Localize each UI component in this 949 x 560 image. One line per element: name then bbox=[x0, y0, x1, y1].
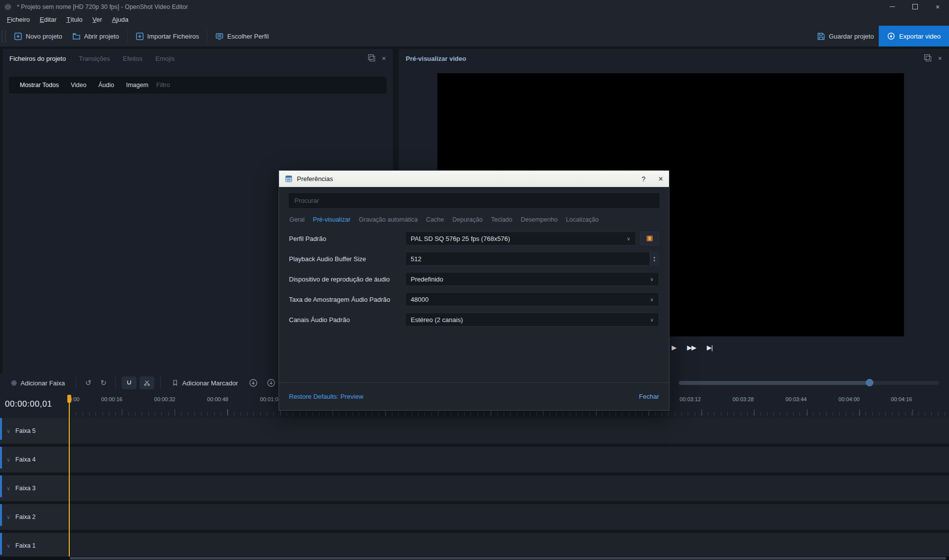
save-project-label: Guardar projeto bbox=[829, 33, 874, 40]
restore-defaults-link[interactable]: Restore Defaults: Preview bbox=[289, 393, 363, 400]
menu-titulo[interactable]: Título bbox=[61, 14, 88, 25]
add-marker-button[interactable]: Adicionar Marcador bbox=[167, 376, 243, 390]
toolbar-grip[interactable] bbox=[1, 30, 6, 42]
profile-browser-button[interactable] bbox=[640, 232, 659, 245]
chevron-down-icon[interactable]: ∨ bbox=[6, 457, 10, 463]
undock-panel-icon[interactable] bbox=[370, 56, 375, 61]
tab-cache[interactable]: Cache bbox=[426, 216, 444, 223]
fechar-button[interactable]: Fechar bbox=[639, 393, 659, 400]
add-track-icon: ⊕ bbox=[11, 378, 17, 387]
close-button[interactable]: × bbox=[926, 0, 949, 13]
minimize-button[interactable] bbox=[881, 0, 903, 13]
chevron-down-icon[interactable]: ∨ bbox=[6, 514, 10, 520]
previous-marker-button[interactable] bbox=[246, 378, 261, 387]
timeline-track-faixa-2[interactable]: ∨ Faixa 2 bbox=[0, 504, 949, 530]
tab-geral[interactable]: Geral bbox=[289, 216, 305, 223]
timeline-track-faixa-1[interactable]: ∨ Faixa 1 bbox=[0, 533, 949, 557]
undock-panel-icon[interactable] bbox=[926, 56, 931, 61]
slider-fill bbox=[679, 381, 869, 385]
timeline-horizontal-scrollbar[interactable] bbox=[0, 557, 949, 560]
open-folder-icon bbox=[72, 32, 81, 41]
audio-playback-device-select[interactable]: Predefinido ∨ bbox=[405, 272, 659, 286]
tab-effects[interactable]: Efeitos bbox=[123, 55, 142, 62]
filter-audio-button[interactable]: Áudio bbox=[94, 80, 119, 91]
jump-end-button[interactable]: ▶| bbox=[707, 344, 712, 351]
track-header[interactable]: ∨ Faixa 4 bbox=[0, 447, 69, 472]
menu-ajuda[interactable]: Ajuda bbox=[107, 14, 133, 25]
snapping-magnet-button[interactable] bbox=[122, 376, 137, 389]
timeline-track-faixa-4[interactable]: ∨ Faixa 4 bbox=[0, 447, 949, 472]
film-profile-icon bbox=[646, 234, 654, 242]
chevron-down-icon[interactable]: ∨ bbox=[6, 428, 10, 434]
track-header[interactable]: ∨ Faixa 1 bbox=[0, 533, 69, 557]
add-track-label: Adicionar Faixa bbox=[21, 379, 65, 387]
chevron-down-icon[interactable]: ∨ bbox=[6, 543, 10, 549]
preferences-search-input[interactable] bbox=[289, 193, 659, 208]
spin-up-icon[interactable]: ▲ bbox=[653, 256, 656, 259]
tab-project-files[interactable]: Ficheiros do projeto bbox=[9, 55, 66, 62]
field-label: Playback Audio Buffer Size bbox=[289, 255, 395, 263]
scrollbar-thumb[interactable] bbox=[70, 557, 946, 560]
track-header[interactable]: ∨ Faixa 5 bbox=[0, 418, 69, 444]
close-panel-icon[interactable]: × bbox=[938, 55, 942, 62]
track-accent-bar bbox=[0, 418, 2, 440]
track-header[interactable]: ∨ Faixa 3 bbox=[0, 475, 69, 501]
window-titlebar[interactable]: * Projeto sem nome [HD 720p 30 fps] - Op… bbox=[0, 0, 949, 13]
track-lane[interactable] bbox=[69, 475, 949, 501]
track-lane[interactable] bbox=[69, 418, 949, 444]
playhead[interactable] bbox=[69, 399, 70, 557]
play-button[interactable]: ▶ bbox=[672, 344, 676, 351]
dialog-help-button[interactable]: ? bbox=[642, 175, 646, 183]
track-lane[interactable] bbox=[69, 447, 949, 472]
timeline-track-faixa-3[interactable]: ∨ Faixa 3 bbox=[0, 475, 949, 501]
dialog-titlebar[interactable]: Preferências ? × bbox=[279, 171, 669, 187]
chevron-down-icon[interactable]: ∨ bbox=[6, 485, 10, 492]
default-sample-rate-select[interactable]: 48000 ∨ bbox=[405, 292, 659, 306]
maximize-button[interactable] bbox=[903, 0, 926, 13]
dialog-close-button[interactable]: × bbox=[659, 175, 663, 184]
project-panel-tabs: Ficheiros do projeto Transições Efeitos … bbox=[2, 49, 393, 68]
tab-teclado[interactable]: Teclado bbox=[491, 216, 512, 223]
redo-button[interactable]: ↻ bbox=[97, 378, 110, 387]
track-lane[interactable] bbox=[69, 504, 949, 530]
tab-depuracao[interactable]: Depuração bbox=[452, 216, 482, 223]
undo-button[interactable]: ↺ bbox=[82, 378, 95, 387]
dialog-app-icon bbox=[285, 175, 292, 183]
export-video-button[interactable]: Exportar video bbox=[879, 26, 949, 47]
razor-tool-button[interactable] bbox=[140, 376, 154, 389]
choose-profile-button[interactable]: Escolher Perfil bbox=[210, 28, 274, 44]
tab-pre-visualizar[interactable]: Pré-visualizar bbox=[313, 216, 351, 223]
filter-input[interactable] bbox=[155, 81, 380, 89]
tab-desempenho[interactable]: Desempenho bbox=[521, 216, 558, 223]
tab-emojis[interactable]: Emojis bbox=[155, 55, 175, 62]
menu-ficheiro[interactable]: Ficheiro bbox=[2, 14, 35, 25]
slider-thumb[interactable] bbox=[866, 379, 873, 386]
spinner-buttons[interactable]: ▲ ▼ bbox=[650, 252, 659, 265]
open-project-button[interactable]: Abrir projeto bbox=[67, 28, 124, 44]
next-marker-button[interactable] bbox=[264, 378, 279, 387]
filter-image-button[interactable]: Imagem bbox=[121, 80, 153, 91]
save-project-button[interactable]: Guardar projeto bbox=[812, 28, 879, 44]
toolbar-separator bbox=[207, 30, 207, 42]
default-audio-channels-select[interactable]: Estéreo (2 canais) ∨ bbox=[405, 313, 659, 327]
new-project-button[interactable]: Novo projeto bbox=[9, 28, 67, 44]
tab-gravacao-automatica[interactable]: Gravação automática bbox=[359, 216, 418, 223]
default-profile-select[interactable]: PAL SD SQ 576p 25 fps (768x576) ∨ bbox=[405, 232, 636, 245]
filter-video-button[interactable]: Video bbox=[66, 80, 92, 91]
filter-show-all-button[interactable]: Mostrar Todos bbox=[15, 80, 64, 91]
track-lane[interactable] bbox=[69, 533, 949, 557]
timeline-zoom-slider[interactable] bbox=[679, 379, 939, 387]
timeline-track-faixa-5[interactable]: ∨ Faixa 5 bbox=[0, 418, 949, 444]
menu-ver[interactable]: Ver bbox=[88, 14, 107, 25]
track-header[interactable]: ∨ Faixa 2 bbox=[0, 504, 69, 530]
spin-down-icon[interactable]: ▼ bbox=[653, 259, 656, 262]
close-panel-icon[interactable]: × bbox=[382, 55, 386, 62]
choose-profile-label: Escolher Perfil bbox=[227, 33, 269, 40]
import-files-button[interactable]: Importar Ficheiros bbox=[131, 28, 204, 44]
fast-forward-button[interactable]: ▶▶ bbox=[687, 344, 696, 351]
tab-localizacao[interactable]: Localização bbox=[566, 216, 599, 223]
menu-editar[interactable]: Editar bbox=[35, 14, 61, 25]
tab-transitions[interactable]: Transições bbox=[79, 55, 110, 62]
audio-buffer-size-spinner[interactable]: 512 ▲ ▼ bbox=[405, 252, 659, 266]
add-track-button[interactable]: ⊕ Adicionar Faixa bbox=[6, 376, 70, 390]
